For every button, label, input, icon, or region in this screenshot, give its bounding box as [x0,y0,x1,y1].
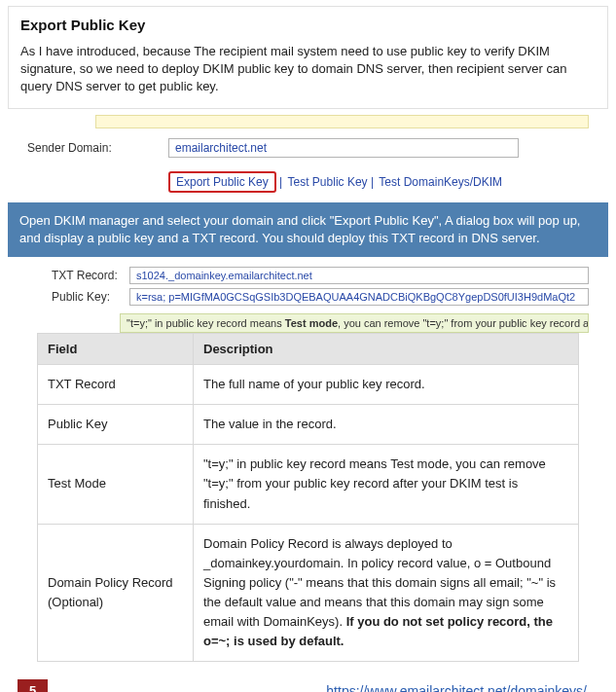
page-number-badge: 5 [18,679,48,692]
link-row: Export Public Key | Test Public Key | Te… [168,171,589,193]
export-public-key-link[interactable]: Export Public Key [168,171,276,193]
test-domainkeys-link[interactable]: Test DomainKeys/DKIM [379,175,502,189]
section-heading: Export Public Key [20,17,596,33]
public-key-label: Public Key: [52,290,129,304]
instruction-note: Open DKIM manager and select your domain… [8,202,608,257]
txt-record-row: TXT Record: s1024._domainkey.emailarchit… [52,267,589,284]
link-separator: | [279,175,285,189]
app-screenshot-2: TXT Record: s1024._domainkey.emailarchit… [52,267,589,333]
table-row: Public Key The value in the record. [38,405,579,445]
sender-domain-label: Sender Domain: [27,141,168,155]
banner-bar [95,115,589,128]
public-key-row: Public Key: k=rsa; p=MIGfMA0GCSqGSIb3DQE… [52,288,589,306]
txt-record-input[interactable]: s1024._domainkey.emailarchitect.net [129,267,589,284]
table-row: TXT Record The full name of your public … [38,364,579,404]
hint-bold: Test mode [285,317,338,329]
cell-field: Public Key [38,405,194,445]
hint-suffix: , you can remove "t=y;" from your public… [338,317,589,329]
th-field: Field [38,333,194,364]
test-public-key-link[interactable]: Test Public Key [288,175,368,189]
hint-bar: "t=y;" in public key record means Test m… [120,313,589,333]
hint-prefix: "t=y;" in public key record means [127,317,285,329]
cell-desc: Domain Policy Record is always deployed … [194,524,579,662]
cell-field: Test Mode [38,445,194,524]
cell-field: TXT Record [38,364,194,404]
page-footer: 5 https://www.emailarchitect.net/domaink… [8,679,608,692]
cell-field: Domain Policy Record (Optional) [38,524,194,662]
field-table-wrap: Field Description TXT Record The full na… [37,333,579,663]
app-screenshot-1: Sender Domain: emailarchitect.net Export… [27,115,589,193]
cell-desc: The full name of your public key record. [194,364,579,404]
table-row: Test Mode "t=y;" in public key record me… [38,445,579,524]
link-separator: | [371,175,377,189]
cell-desc: The value in the record. [194,405,579,445]
sender-domain-input[interactable]: emailarchitect.net [168,138,519,158]
intro-text: As I have introduced, because The recipi… [20,43,596,96]
intro-box: Export Public Key As I have introduced, … [8,6,608,109]
table-row: Domain Policy Record (Optional) Domain P… [38,524,579,662]
th-desc: Description [194,333,579,364]
txt-record-label: TXT Record: [52,269,129,282]
public-key-input[interactable]: k=rsa; p=MIGfMA0GCSqGSIb3DQEBAQUAA4GNADC… [129,288,589,306]
footer-url-link[interactable]: https://www.emailarchitect.net/domainkey… [326,683,587,692]
cell-desc: "t=y;" in public key record means Test m… [194,445,579,524]
field-table: Field Description TXT Record The full na… [37,333,579,663]
sender-domain-row: Sender Domain: emailarchitect.net [27,138,589,158]
